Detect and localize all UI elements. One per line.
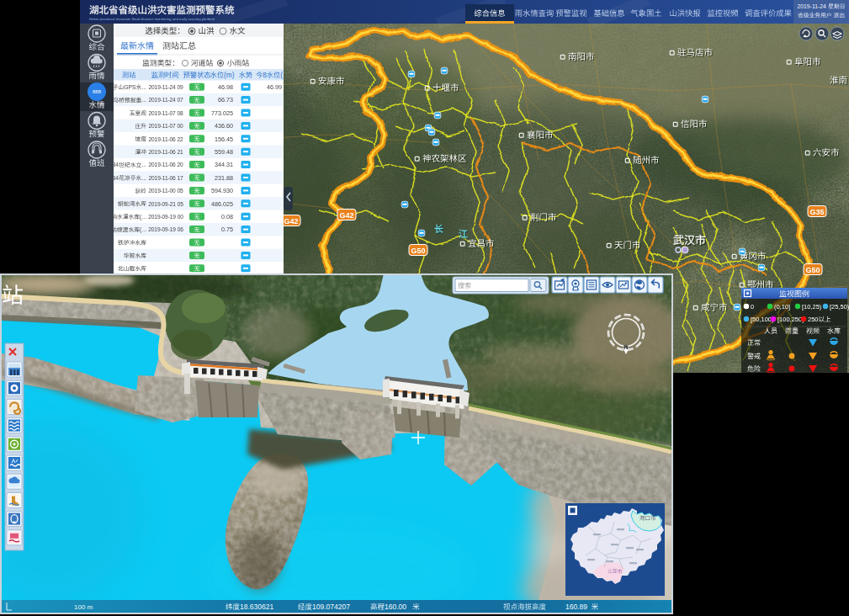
- svg-text:46.98: 46.98: [218, 83, 233, 91]
- svg-text:250: 250: [808, 316, 819, 323]
- svg-text:G50: G50: [411, 247, 425, 255]
- svg-text:486.025: 486.025: [211, 200, 233, 208]
- svg-text:2019-09-19 00: 2019-09-19 00: [148, 214, 183, 220]
- svg-text:18.630621: 18.630621: [240, 603, 273, 611]
- svg-text:160.00: 160.00: [385, 603, 406, 611]
- svg-text:436.60: 436.60: [215, 122, 233, 130]
- svg-text:(...: (...: [140, 226, 146, 233]
- svg-text:2019-11-24: 2019-11-24: [798, 3, 826, 9]
- svg-text:G42: G42: [284, 217, 298, 226]
- svg-text:100 m: 100 m: [74, 603, 93, 611]
- svg-text:...: ...: [141, 97, 146, 103]
- svg-text:2019-11-06 22: 2019-11-06 22: [148, 136, 183, 142]
- svg-text:2019-11-00 05: 2019-11-00 05: [148, 188, 183, 194]
- svg-text:...: ...: [141, 175, 146, 181]
- svg-text:[50,100): [50,100): [751, 316, 774, 323]
- svg-text:2019-11-24 07: 2019-11-24 07: [148, 97, 183, 103]
- svg-text:G50: G50: [805, 266, 820, 274]
- svg-text:559.48: 559.48: [215, 148, 233, 156]
- svg-text:Hubei provincial mountain floo: Hubei provincial mountain flood disaster…: [89, 17, 215, 21]
- svg-text:2019-11-06 20: 2019-11-06 20: [148, 162, 183, 167]
- svg-text:...: ...: [141, 162, 146, 167]
- svg-text:2019-11-07 08: 2019-11-07 08: [148, 110, 183, 116]
- svg-text:[100,250): [100,250): [777, 316, 804, 323]
- svg-text:0.08: 0.08: [221, 213, 233, 220]
- svg-text:773.025: 773.025: [211, 109, 233, 117]
- svg-text:GPS: GPS: [124, 84, 136, 90]
- svg-text:N: N: [623, 343, 629, 351]
- svg-text:[25,50): [25,50): [830, 303, 849, 311]
- svg-text:8: 8: [263, 72, 267, 79]
- svg-text:2019-09-21 05: 2019-09-21 05: [148, 201, 183, 207]
- svg-text:344.31: 344.31: [215, 161, 233, 168]
- svg-text:109.074207: 109.074207: [312, 603, 350, 611]
- svg-text:2019-11-06 17: 2019-11-06 17: [148, 175, 183, 181]
- svg-text:(0,10]: (0,10]: [774, 303, 790, 311]
- svg-text:2019-11-07 00: 2019-11-07 00: [148, 123, 183, 129]
- svg-text:231.88: 231.88: [215, 174, 233, 182]
- svg-text:594.930: 594.930: [211, 187, 233, 194]
- svg-text:G42: G42: [339, 211, 353, 220]
- svg-text:46.99: 46.99: [267, 83, 282, 91]
- svg-text:...: ...: [141, 84, 146, 90]
- svg-text:0: 0: [751, 303, 754, 311]
- svg-text:156.45: 156.45: [215, 135, 233, 143]
- svg-text:888: 888: [93, 89, 102, 94]
- svg-text:0.75: 0.75: [221, 226, 233, 233]
- svg-text:(...: (...: [140, 214, 146, 220]
- svg-text:G35: G35: [809, 208, 824, 216]
- svg-text:[10,25): [10,25): [802, 303, 822, 311]
- svg-text:(: (: [280, 72, 283, 79]
- svg-text:(m): (m): [224, 72, 235, 79]
- svg-text:160.89: 160.89: [565, 603, 587, 611]
- svg-text:2019-11-06 21: 2019-11-06 21: [148, 149, 183, 155]
- svg-text:2019-09-19 06: 2019-09-19 06: [148, 226, 183, 232]
- svg-text:2019-11-24 09: 2019-11-24 09: [148, 84, 183, 90]
- svg-text:66.73: 66.73: [218, 96, 233, 104]
